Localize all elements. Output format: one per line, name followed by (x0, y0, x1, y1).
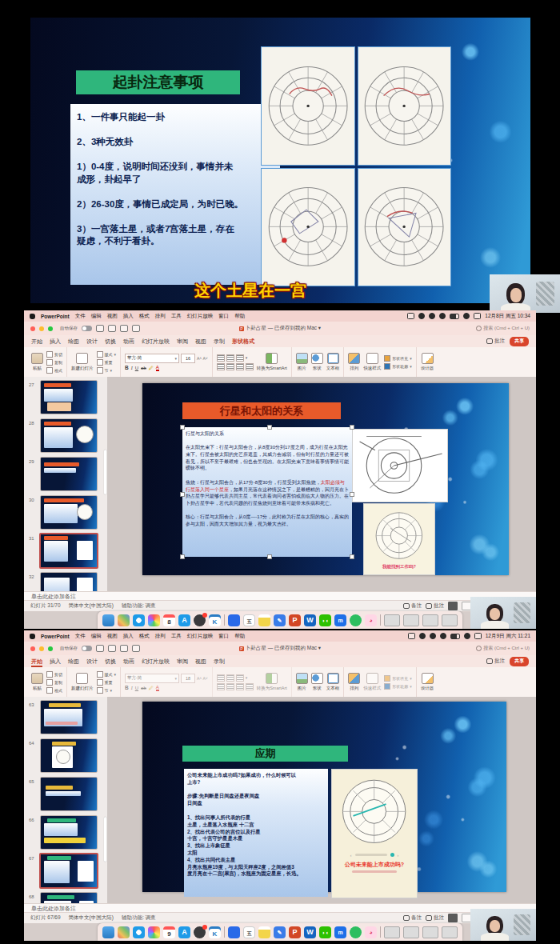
tab-home[interactable]: 开始 (31, 338, 42, 346)
status-icon-1[interactable] (419, 633, 426, 639)
apple-menu-icon[interactable] (30, 314, 35, 319)
save-icon[interactable] (108, 645, 116, 652)
textbox-button[interactable]: 文本框 (326, 353, 340, 370)
slide67-title[interactable]: 应期 (182, 746, 348, 762)
highlight-button[interactable]: 🖉 (149, 366, 154, 370)
minimize-button[interactable] (39, 326, 44, 331)
section-button[interactable]: 节▾ (97, 367, 117, 374)
dock-icon-word[interactable]: W (304, 614, 316, 626)
slide-thumbnail-64[interactable] (40, 738, 98, 773)
dock-icon-launchpad[interactable] (118, 926, 130, 938)
zoom-button[interactable] (48, 646, 53, 651)
slide-thumbnail-29[interactable] (40, 457, 98, 491)
dock-icon-pink-app[interactable]: ◕ (365, 926, 377, 938)
tab-draw[interactable]: 绘图 (68, 338, 79, 346)
dock-icon-keynote[interactable]: K (209, 614, 221, 626)
notes-toggle[interactable]: 备注 (403, 602, 422, 610)
align-center-icon[interactable] (226, 683, 234, 690)
accessibility-status[interactable]: 辅助功能: 调查 (122, 914, 156, 922)
menu-app-name[interactable]: PowerPoint (41, 634, 70, 639)
dock-icon-appstore[interactable]: A (178, 926, 190, 938)
dock-icon-finder[interactable] (102, 614, 114, 626)
format-painter-button[interactable]: 格式 (46, 367, 62, 374)
search-field[interactable]: 搜索 (Cmd + Ctrl + U) (483, 645, 530, 652)
resize-handle-nw[interactable] (180, 425, 185, 430)
smartart-button[interactable]: 转换为SmartArt (257, 673, 287, 690)
reset-button[interactable]: 重置 (97, 359, 117, 366)
language-status[interactable]: 简体中文(中国大陆) (69, 602, 114, 610)
tab-slideshow[interactable]: 幻灯片放映 (142, 338, 170, 346)
close-button[interactable] (30, 646, 35, 651)
arrange-button[interactable]: 排列 (348, 353, 360, 370)
undo-icon[interactable] (120, 645, 128, 652)
dock-icon-m-app[interactable]: m (334, 614, 346, 626)
home-icon[interactable] (96, 645, 104, 652)
shapes-button[interactable]: 形状 (311, 673, 323, 690)
control-center-icon[interactable] (474, 313, 481, 319)
status-icon-3[interactable] (439, 313, 446, 319)
menu-item-help[interactable]: 帮助 (234, 313, 245, 320)
dock-icon-pencil-app[interactable]: ✎ (274, 614, 286, 626)
tab-review[interactable]: 审阅 (177, 658, 188, 666)
dock-icon-settings[interactable] (194, 614, 206, 626)
menu-item-window[interactable]: 窗口 (218, 313, 229, 320)
control-center-icon[interactable] (474, 633, 482, 639)
underline-button[interactable]: U (135, 366, 138, 370)
autosave-toggle[interactable] (82, 646, 92, 651)
dock-icon-wechat[interactable]: ◗◖ (319, 926, 331, 938)
smartart-button[interactable]: 转换为SmartArt (257, 353, 287, 370)
tab-home[interactable]: 开始 (31, 658, 42, 666)
wifi-icon[interactable] (464, 633, 470, 639)
font-name-select[interactable]: 苹方-简▾ (125, 354, 179, 363)
slide-thumbnail-30[interactable] (40, 495, 98, 530)
dock-minimized-window-2[interactable] (403, 614, 419, 626)
tab-record[interactable]: 录制 (214, 658, 225, 666)
dock-icon-word[interactable]: W (304, 926, 316, 938)
resize-handle-sw[interactable] (180, 554, 185, 559)
underline-button[interactable]: U (135, 686, 138, 690)
slide-thumbnail-65[interactable] (40, 777, 98, 811)
textbox-button[interactable]: 文本框 (326, 673, 340, 690)
dock-minimized-window-3[interactable] (422, 926, 438, 938)
menu-app-name[interactable]: PowerPoint (41, 314, 70, 319)
font-size-select[interactable]: 18 (181, 674, 195, 683)
bold-button[interactable]: B (125, 365, 129, 370)
numbering-icon[interactable] (226, 674, 234, 682)
dock-icon-appstore[interactable]: A (178, 614, 190, 626)
resize-handle-ne[interactable] (350, 425, 354, 430)
tab-insert[interactable]: 插入 (50, 338, 61, 346)
tab-transitions[interactable]: 切换 (105, 658, 116, 666)
dock-minimized-window-1[interactable] (384, 926, 400, 938)
sidebar-scrollbar[interactable] (104, 450, 106, 494)
designer-button[interactable]: 设计器 (421, 353, 434, 370)
new-slide-button[interactable]: 新建幻灯片 (71, 353, 94, 370)
menu-item-file[interactable]: 文件 (75, 633, 86, 640)
align-right-icon[interactable] (236, 683, 244, 690)
slide31-title[interactable]: 行星和太阳的关系 (182, 402, 341, 419)
tab-slideshow[interactable]: 幻灯片放映 (142, 658, 170, 666)
format-painter-button[interactable]: 格式 (46, 687, 62, 694)
tab-shape-format[interactable]: 形状格式 (232, 338, 254, 346)
dock-icon-blue-app[interactable] (228, 926, 240, 938)
align-left-icon[interactable] (217, 683, 225, 690)
picture-button[interactable]: 图片 (296, 353, 308, 370)
menu-item-format[interactable]: 格式 (139, 633, 150, 640)
resize-handle-s[interactable] (267, 554, 272, 559)
tab-animations[interactable]: 动画 (123, 658, 134, 666)
align-center-icon[interactable] (226, 363, 234, 370)
resize-handle-n[interactable] (267, 425, 272, 430)
align-left-icon[interactable] (217, 363, 225, 370)
font-size-select[interactable]: 16 (181, 354, 195, 363)
bullets-icon[interactable] (217, 674, 225, 682)
indent-icon[interactable] (236, 354, 244, 362)
tab-draw[interactable]: 绘图 (68, 658, 79, 666)
layout-button[interactable]: 版式▾ (97, 671, 117, 678)
slide67-textbox[interactable]: 公司未来能上市成功吗?如果成功，什么时候可以 上市? 步骤:先判断是日间盘还是夜… (184, 769, 328, 897)
dock-minimized-window-4[interactable] (442, 926, 458, 938)
redo-icon[interactable] (132, 325, 140, 332)
justify-icon[interactable] (246, 363, 254, 370)
new-slide-button[interactable]: 新建幻灯片 (71, 673, 94, 690)
cut-button[interactable]: 剪切 (46, 351, 62, 358)
resize-handle-se[interactable] (350, 554, 354, 559)
resize-handle-e[interactable] (350, 492, 354, 497)
